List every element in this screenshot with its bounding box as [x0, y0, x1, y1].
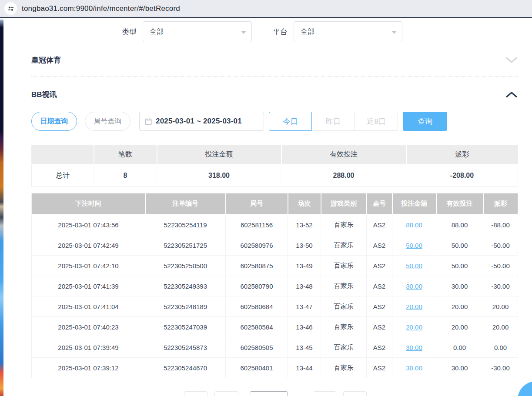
cell-table-number: AS2 — [367, 256, 392, 276]
cell-bet-amount: 30.00 — [392, 276, 436, 296]
cell-valid-bet: 88.00 — [436, 215, 483, 235]
type-label: 类型 — [122, 27, 137, 37]
summary-header-payout: 派彩 — [406, 145, 518, 165]
pagination-button-2[interactable] — [214, 391, 238, 396]
bet-amount-link[interactable]: 20.00 — [406, 303, 422, 310]
cell-session: 13-46 — [288, 317, 321, 337]
type-select[interactable]: 全部 — [143, 21, 252, 42]
pagination-button-1[interactable] — [184, 391, 207, 396]
round-query-button[interactable]: 局号查询 — [85, 112, 130, 131]
pagination-page-box[interactable] — [250, 391, 288, 396]
summary-valid-bet: 288.00 — [281, 165, 406, 187]
cell-order-number: 522305247039 — [145, 317, 226, 337]
cell-bet-amount: 88.00 — [392, 215, 436, 235]
cell-bet-time: 2025-03-01 07:39:12 — [32, 358, 145, 378]
pagination-button-4[interactable] — [313, 391, 336, 396]
header-game-type: 游戏类别 — [321, 193, 367, 215]
cell-order-number: 522305250500 — [145, 256, 226, 276]
cell-game-type: 百家乐 — [321, 296, 367, 317]
cell-valid-bet: 20.00 — [436, 296, 483, 317]
pagination — [31, 378, 518, 396]
section-title: 皇冠体育 — [31, 55, 61, 65]
date-query-button[interactable]: 日期查询 — [31, 112, 77, 131]
cell-payout: 0.00 — [483, 337, 518, 358]
cell-game-type: 百家乐 — [321, 276, 367, 296]
cell-table-number: AS2 — [367, 358, 392, 378]
bet-amount-link[interactable]: 20.00 — [406, 323, 422, 331]
bet-amount-link[interactable]: 50.00 — [406, 262, 422, 270]
cell-bet-time: 2025-03-01 07:42:10 — [32, 256, 145, 276]
cell-session: 13-48 — [288, 276, 321, 296]
section-divider — [31, 77, 518, 77]
cell-order-number: 522305254119 — [145, 215, 226, 235]
platform-select-value: 全部 — [301, 27, 315, 37]
summary-header-bet-amount: 投注金额 — [157, 145, 281, 165]
cell-bet-time: 2025-03-01 07:39:49 — [32, 337, 145, 358]
cell-session: 13-44 — [288, 358, 321, 378]
summary-bet-amount: 318.00 — [157, 165, 281, 187]
bet-table-body: 2025-03-01 07:43:56 522305254119 6025811… — [32, 215, 518, 378]
chevron-up-icon[interactable] — [505, 91, 518, 98]
table-row: 2025-03-01 07:42:10 522305250500 6025808… — [32, 256, 518, 276]
table-header-row: 下注时间 注单编号 局号 场次 游戏类别 桌号 投注金额 有效投注 派彩 — [32, 193, 518, 215]
screen: tongbao31.com:9900/infe/mcenter/#/betRec… — [0, 0, 532, 396]
site-settings-icon[interactable] — [4, 2, 17, 15]
cell-valid-bet: 30.00 — [436, 358, 483, 378]
search-button[interactable]: 查询 — [403, 112, 447, 131]
cell-payout: -88.00 — [483, 215, 518, 235]
bet-amount-link[interactable]: 30.00 — [406, 283, 422, 290]
cell-payout: -50.00 — [483, 235, 518, 256]
cell-bet-amount: 50.00 — [392, 256, 436, 276]
yesterday-button[interactable]: 昨日 — [312, 112, 355, 131]
summary-header-row: 笔数 投注金额 有效投注 派彩 — [32, 145, 518, 165]
chevron-down-icon[interactable] — [505, 57, 518, 63]
last-8-days-button[interactable]: 近8日 — [355, 112, 398, 131]
cell-round-number: 602580584 — [226, 317, 288, 337]
table-row: 2025-03-01 07:43:56 522305254119 6025811… — [32, 215, 518, 235]
summary-count: 8 — [94, 165, 157, 187]
cell-round-number: 602580790 — [226, 276, 288, 296]
cell-bet-amount: 20.00 — [392, 296, 436, 317]
cell-valid-bet: 20.00 — [436, 317, 483, 337]
cell-order-number: 522305245873 — [145, 337, 226, 358]
cell-game-type: 百家乐 — [321, 358, 367, 378]
cell-bet-time: 2025-03-01 07:42:49 — [32, 235, 145, 256]
bet-amount-link[interactable]: 50.00 — [406, 242, 422, 249]
cell-game-type: 百家乐 — [321, 256, 367, 276]
today-button[interactable]: 今日 — [269, 112, 312, 131]
header-session: 场次 — [288, 193, 321, 215]
header-payout: 派彩 — [483, 193, 518, 215]
cell-order-number: 522305251725 — [145, 235, 226, 256]
platform-select[interactable]: 全部 — [294, 21, 402, 42]
url-text: tongbao31.com:9900/infe/mcenter/#/betRec… — [22, 4, 180, 13]
cell-round-number: 602580976 — [226, 235, 288, 256]
summary-header-count: 笔数 — [94, 145, 157, 165]
bet-record-table: 下注时间 注单编号 局号 场次 游戏类别 桌号 投注金额 有效投注 派彩 202… — [31, 193, 518, 378]
section-bb-video[interactable]: BB视讯 — [31, 83, 518, 106]
cell-bet-amount: 30.00 — [392, 337, 436, 358]
bet-amount-link[interactable]: 30.00 — [406, 344, 422, 351]
bet-record-page: 类型 全部 平台 全部 皇冠体育 BB视讯 — [3, 20, 532, 396]
cell-table-number: AS2 — [367, 337, 392, 358]
summary-total-label: 总计 — [32, 165, 94, 187]
date-range-value: 2025-03-01 ~ 2025-03-01 — [156, 117, 242, 126]
section-crown-sports[interactable]: 皇冠体育 — [31, 48, 518, 72]
header-order-number: 注单编号 — [145, 193, 226, 215]
bet-amount-link[interactable]: 30.00 — [406, 364, 422, 372]
browser-address-bar[interactable]: tongbao31.com:9900/infe/mcenter/#/betRec… — [0, 0, 532, 18]
cell-valid-bet: 50.00 — [436, 235, 483, 256]
cell-order-number: 522305248189 — [145, 296, 226, 317]
cell-table-number: AS2 — [367, 276, 392, 296]
cell-valid-bet: 30.00 — [436, 276, 483, 296]
date-range-input[interactable]: 2025-03-01 ~ 2025-03-01 — [139, 112, 264, 131]
pagination-button-5[interactable] — [343, 391, 367, 396]
cell-table-number: AS2 — [367, 235, 392, 256]
cell-bet-time: 2025-03-01 07:43:56 — [32, 215, 145, 235]
bet-amount-link[interactable]: 88.00 — [406, 221, 422, 229]
cell-game-type: 百家乐 — [321, 215, 367, 235]
quick-date-group: 今日 昨日 近8日 — [269, 112, 398, 131]
cell-payout: -30.00 — [483, 276, 518, 296]
cell-session: 13-45 — [288, 337, 321, 358]
calendar-icon — [145, 118, 152, 125]
cell-session: 13-52 — [288, 215, 321, 235]
